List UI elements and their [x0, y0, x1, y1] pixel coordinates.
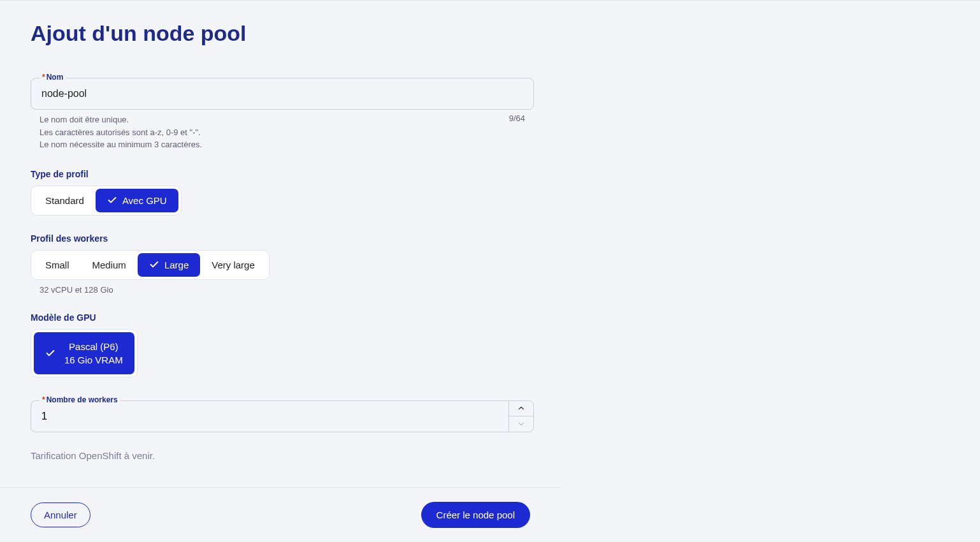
- chevron-down-icon: [517, 420, 526, 428]
- submit-button[interactable]: Créer le node pool: [421, 502, 530, 528]
- worker-profile-small[interactable]: Small: [34, 253, 81, 277]
- profile-type-label: Type de profil: [31, 169, 949, 179]
- name-help: Le nom doit être unique. Les caractères …: [40, 114, 202, 151]
- cancel-button[interactable]: Annuler: [31, 502, 90, 527]
- workers-increment-button[interactable]: [509, 401, 533, 417]
- workers-count-input[interactable]: [31, 400, 508, 432]
- check-icon: [45, 348, 55, 358]
- gpu-model-label: Modèle de GPU: [31, 312, 949, 323]
- profile-type-group: Standard Avec GPU: [31, 186, 182, 216]
- worker-profile-group: Small Medium Large Very large: [31, 250, 270, 280]
- profile-type-gpu[interactable]: Avec GPU: [96, 189, 178, 212]
- worker-profile-description: 32 vCPU et 128 Gio: [40, 285, 949, 295]
- worker-profile-label: Profil des workers: [31, 233, 949, 244]
- pricing-note: Tarification OpenShift à venir.: [31, 450, 949, 461]
- workers-decrement-button[interactable]: [509, 416, 533, 432]
- check-icon: [149, 260, 159, 270]
- worker-profile-verylarge[interactable]: Very large: [200, 253, 266, 277]
- name-input[interactable]: [31, 78, 534, 110]
- gpu-model-card: Pascal (P6) 16 Gio VRAM: [31, 329, 138, 377]
- workers-count-label: *Nombre de workers: [40, 395, 120, 404]
- worker-profile-large[interactable]: Large: [138, 253, 200, 277]
- name-counter: 9/64: [509, 114, 525, 151]
- worker-profile-medium[interactable]: Medium: [81, 253, 138, 277]
- gpu-model-option[interactable]: Pascal (P6) 16 Gio VRAM: [34, 332, 134, 374]
- page-title: Ajout d'un node pool: [31, 21, 949, 46]
- footer: Annuler Créer le node pool: [0, 487, 561, 542]
- chevron-up-icon: [517, 404, 526, 413]
- profile-type-standard[interactable]: Standard: [34, 189, 96, 212]
- workers-spinner: [508, 400, 534, 432]
- check-icon: [107, 195, 117, 205]
- name-label: *Nom: [40, 73, 66, 82]
